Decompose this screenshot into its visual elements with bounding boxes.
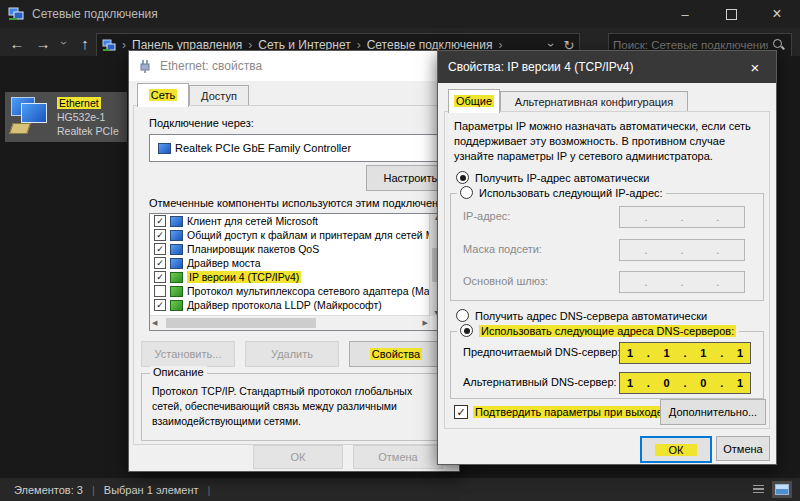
tab-general-label: Общие: [454, 95, 494, 107]
radio-auto-ip[interactable]: Получить IP-адрес автоматически: [456, 171, 649, 184]
adapter-icon: [158, 143, 171, 154]
tab-network[interactable]: Сеть: [137, 83, 189, 107]
radio-manual-ip[interactable]: Использовать следующий IP-адрес:: [457, 186, 666, 199]
tab-sharing-label: Доступ: [201, 90, 237, 102]
ipv4-cancel-button[interactable]: Отмена: [716, 436, 770, 461]
details-view-button[interactable]: [748, 481, 768, 498]
thumbnails-view-icon: [775, 484, 789, 495]
list-item[interactable]: ✓Общий доступ к файлам и принтерам для с…: [150, 228, 444, 242]
scroll-right-icon[interactable]: ▶: [423, 319, 428, 327]
title-bar: Сетевые подключения – ×: [0, 0, 800, 28]
subnet-mask-field[interactable]: ...: [619, 239, 745, 261]
list-item[interactable]: ✓Драйвер протокола LLDP (Майкрософт): [150, 298, 444, 312]
radio-auto-dns-label: Получить адрес DNS-сервера автоматически: [475, 310, 707, 322]
close-icon: ×: [772, 5, 781, 23]
preferred-dns-label: Предпочитаемый DNS-сервер:: [463, 346, 620, 358]
list-item[interactable]: ✓Клиент для сетей Microsoft: [150, 214, 444, 228]
list-item[interactable]: ✓Планировщик пакетов QoS: [150, 242, 444, 256]
validate-checkbox[interactable]: ✓ Подтвердить параметры при выходе: [454, 405, 665, 419]
tab-general[interactable]: Общие: [448, 89, 500, 113]
advanced-button[interactable]: Дополнительно...: [660, 399, 766, 425]
gateway-field[interactable]: ...: [619, 271, 745, 293]
component-label: Клиент для сетей Microsoft: [187, 215, 318, 227]
thumbnails-view-button[interactable]: [772, 481, 792, 498]
radio-auto-dns[interactable]: Получить адрес DNS-сервера автоматически: [456, 309, 707, 322]
ipv4-ok-button[interactable]: ОК: [640, 436, 712, 463]
checkbox-checked[interactable]: ✓: [154, 243, 166, 255]
radio-off-icon: [456, 309, 469, 322]
intro-text: Параметры IP можно назначать автоматичес…: [454, 119, 756, 164]
tab-alternate-label: Альтернативная конфигурация: [515, 96, 673, 108]
install-label: Установить...: [155, 348, 222, 360]
status-bar: Элементов: 3 | Выбран 1 элемент |: [0, 478, 800, 501]
list-item-ipv4[interactable]: ✓IP версии 4 (TCP/IPv4): [150, 270, 444, 284]
scroll-left-icon[interactable]: ◀: [152, 319, 157, 327]
network-connections-icon: [8, 6, 24, 22]
ipv4-cancel-label: Отмена: [723, 443, 762, 455]
scrollbar-thumb[interactable]: [166, 318, 316, 328]
uninstall-label: Удалить: [271, 348, 313, 360]
components-list[interactable]: ✓Клиент для сетей Microsoft ✓Общий досту…: [149, 213, 445, 331]
install-button[interactable]: Установить...: [141, 341, 235, 367]
ipv4-ok-label: ОК: [655, 444, 698, 456]
radio-manual-dns-label: Использовать следующие адреса DNS-сервер…: [479, 325, 736, 337]
components-caption: Отмеченные компоненты используются этим …: [149, 197, 445, 209]
checkbox-checked[interactable]: ✓: [154, 229, 166, 241]
back-button[interactable]: ←: [4, 35, 30, 52]
ipv4-dialog-title: Свойства: IP версии 4 (TCP/IPv4): [448, 60, 634, 74]
adapter-field: Realtek PCIe GbE Family Controller: [149, 134, 441, 162]
up-button[interactable]: ↑: [72, 35, 98, 52]
list-item[interactable]: ✓Драйвер моста: [150, 256, 444, 270]
connection-item-ethernet[interactable]: Ethernet HG532e-1 Realtek PCIe: [5, 92, 127, 142]
recent-locations-chevron-icon[interactable]: ›: [57, 35, 71, 51]
horizontal-scrollbar[interactable]: ◀ ▶: [150, 315, 430, 330]
checkbox-checked-icon: ✓: [454, 405, 468, 419]
maximize-icon: [726, 9, 737, 20]
preferred-dns-field[interactable]: 1.1.1.1: [619, 342, 751, 364]
checkbox-checked[interactable]: ✓: [154, 271, 166, 283]
connection-adapter: Realtek PCIe: [57, 125, 119, 137]
manual-dns-group: Использовать следующие адреса DNS-сервер…: [450, 331, 764, 399]
subnet-mask-label: Маска подсети:: [463, 243, 542, 255]
ip-address-field[interactable]: ...: [619, 206, 745, 228]
description-group: Описание Протокол TCP/IP. Стандартный пр…: [141, 373, 443, 441]
description-title: Описание: [150, 366, 207, 378]
ethernet-adapter-icon: [9, 95, 55, 139]
connect-via-label: Подключение через:: [149, 117, 254, 129]
uninstall-button[interactable]: Удалить: [245, 341, 339, 367]
properties-button[interactable]: Свойства: [349, 341, 443, 367]
checkbox-unchecked[interactable]: [154, 285, 166, 297]
maximize-button[interactable]: [708, 0, 754, 28]
checkbox-checked[interactable]: ✓: [154, 257, 166, 269]
protocol-icon: [170, 286, 183, 297]
tab-alternate[interactable]: Альтернативная конфигурация: [500, 91, 688, 113]
close-button[interactable]: ×: [754, 0, 800, 28]
validate-label: Подтвердить параметры при выходе: [473, 406, 665, 418]
close-icon: ×: [751, 59, 760, 76]
adapter-plug-icon: [138, 59, 152, 73]
gateway-label: Основной шлюз:: [463, 275, 548, 287]
alternate-dns-label: Альтернативный DNS-сервер:: [463, 376, 617, 388]
ip-label: IP-адрес:: [463, 210, 510, 222]
tab-sharing[interactable]: Доступ: [189, 85, 249, 107]
ipv4-close-button[interactable]: ×: [734, 51, 776, 83]
client-icon: [170, 258, 183, 269]
list-item[interactable]: Протокол мультиплексора сетевого адаптер…: [150, 284, 444, 298]
radio-off-icon: [460, 186, 473, 199]
eth-ok-label: ОК: [291, 451, 306, 463]
checkbox-checked[interactable]: ✓: [154, 299, 166, 311]
eth-ok-button[interactable]: ОК: [253, 445, 343, 469]
client-icon: [170, 216, 183, 227]
ethernet-dialog-title: Ethernet: свойства: [160, 59, 262, 73]
ethernet-properties-dialog: Ethernet: свойства Сеть Доступ Подключен…: [128, 50, 460, 472]
component-label: Планировщик пакетов QoS: [187, 243, 319, 255]
radio-manual-dns[interactable]: Использовать следующие адреса DNS-сервер…: [457, 324, 739, 337]
checkbox-checked[interactable]: ✓: [154, 215, 166, 227]
eth-cancel-button[interactable]: Отмена: [353, 445, 443, 469]
eth-cancel-label: Отмена: [378, 451, 417, 463]
minimize-button[interactable]: –: [662, 0, 708, 28]
alternate-dns-field[interactable]: 1.0.0.1: [619, 372, 751, 394]
component-label: Драйвер моста: [187, 257, 261, 269]
forward-button[interactable]: →: [30, 35, 56, 52]
radio-on-icon: [460, 324, 473, 337]
